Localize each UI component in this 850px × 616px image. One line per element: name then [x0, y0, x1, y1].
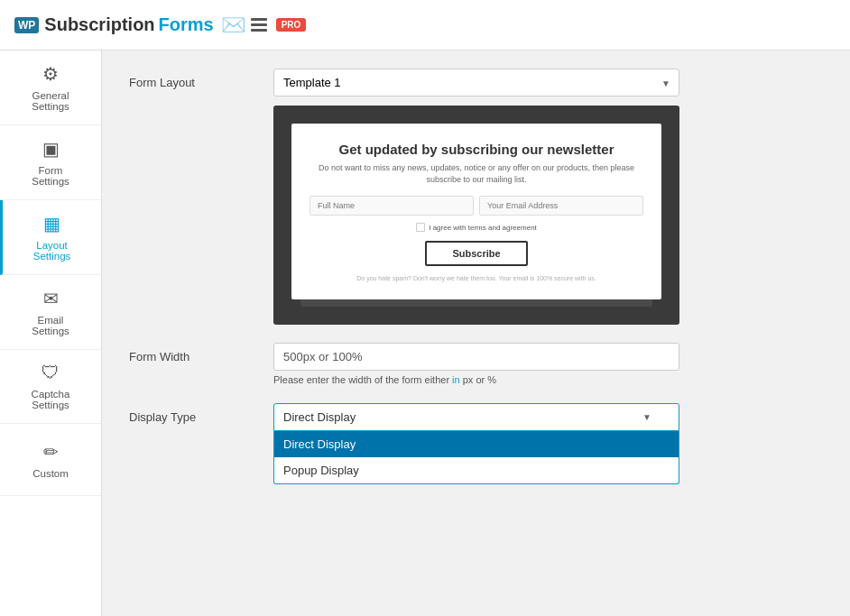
display-type-dropdown-menu: Direct Display Popup Display: [273, 431, 679, 484]
form-layout-row: Form Layout Template 1 Template 2 Templa…: [129, 69, 823, 325]
custom-icon: ✏: [43, 441, 59, 463]
form-icon: ▣: [42, 138, 60, 160]
header: WP Subscription Forms ✉️ PRO: [0, 0, 850, 51]
preview-checkbox-label: I agree with terms and agreement: [429, 224, 537, 232]
sidebar-item-layout-settings-label: LayoutSettings: [33, 240, 71, 262]
sidebar-item-form-settings-label: FormSettings: [32, 165, 69, 187]
preview-fields: [310, 196, 643, 216]
display-type-option-direct[interactable]: Direct Display: [274, 431, 679, 457]
display-type-row: Display Type Direct Display ▼ Direct Dis…: [129, 403, 823, 431]
preview-name-field: [310, 196, 474, 216]
sidebar-item-email-settings[interactable]: ✉ EmailSettings: [0, 275, 101, 350]
preview-inner: Get updated by subscribing our newslette…: [291, 124, 661, 299]
chevron-down-icon: ▼: [642, 412, 651, 422]
form-layout-control: Template 1 Template 2 Template 3 Get upd…: [273, 69, 823, 325]
form-width-row: Form Width Please enter the width of the…: [129, 343, 823, 385]
form-width-label: Form Width: [129, 343, 273, 363]
sidebar-item-email-settings-label: EmailSettings: [32, 315, 69, 336]
sidebar-item-form-settings[interactable]: ▣ FormSettings: [0, 125, 101, 200]
captcha-icon: 🛡: [42, 363, 60, 383]
sidebar: ⚙ GeneralSettings ▣ FormSettings ▦ Layou…: [0, 51, 102, 616]
form-width-help-in: in: [452, 374, 460, 385]
display-type-dropdown-container: Direct Display ▼ Direct Display Popup Di…: [273, 403, 679, 431]
logo-lines-icon: [251, 18, 267, 32]
display-type-control: Direct Display ▼ Direct Display Popup Di…: [273, 403, 823, 431]
form-width-input[interactable]: [273, 343, 679, 371]
preview-checkbox-row: I agree with terms and agreement: [310, 223, 643, 232]
preview-container: Get updated by subscribing our newslette…: [273, 106, 823, 325]
page-wrapper: ⚙ GeneralSettings ▣ FormSettings ▦ Layou…: [0, 51, 850, 616]
display-type-option-popup[interactable]: Popup Display: [274, 457, 679, 483]
sidebar-item-general-settings[interactable]: ⚙ GeneralSettings: [0, 51, 101, 125]
form-layout-label: Form Layout: [129, 69, 273, 89]
sidebar-item-captcha-settings-label: CaptchaSettings: [32, 389, 70, 410]
preview-subscribe-button: Subscribe: [425, 241, 527, 266]
sidebar-item-captcha-settings[interactable]: 🛡 CaptchaSettings: [0, 350, 101, 424]
preview-footer: Do you hate spam? Don't worry we hate th…: [310, 275, 643, 281]
main-content: Form Layout Template 1 Template 2 Templa…: [102, 51, 850, 616]
form-layout-select-wrapper: Template 1 Template 2 Template 3: [273, 69, 679, 97]
logo: WP Subscription Forms ✉️ PRO: [14, 14, 306, 37]
preview-checkbox: [416, 223, 425, 232]
layout-icon: ▦: [43, 213, 60, 234]
display-type-selected-value: Direct Display: [283, 410, 356, 424]
email-logo-icon: ✉️: [221, 14, 245, 37]
display-type-label: Display Type: [129, 403, 273, 424]
display-type-dropdown-selected[interactable]: Direct Display ▼: [273, 403, 679, 431]
preview-subtitle: Do not want to miss any news, updates, n…: [310, 162, 643, 185]
preview-email-field: [479, 196, 643, 216]
preview-shadow: [300, 299, 652, 307]
preview-title: Get updated by subscribing our newslette…: [310, 142, 643, 157]
pro-badge: PRO: [276, 18, 307, 32]
preview-box: Get updated by subscribing our newslette…: [273, 106, 679, 325]
logo-forms: Forms: [159, 14, 214, 35]
sidebar-item-layout-settings[interactable]: ▦ LayoutSettings: [0, 200, 101, 275]
sidebar-item-custom-label: Custom: [32, 468, 69, 479]
form-layout-select[interactable]: Template 1 Template 2 Template 3: [273, 69, 679, 97]
form-width-control: Please enter the width of the form eithe…: [273, 343, 823, 385]
form-width-help: Please enter the width of the form eithe…: [273, 374, 823, 385]
sidebar-item-custom[interactable]: ✏ Custom: [0, 424, 101, 496]
sidebar-item-general-settings-label: GeneralSettings: [32, 90, 69, 112]
logo-wp-badge: WP: [14, 17, 39, 33]
email-icon: ✉: [43, 288, 59, 309]
logo-subscription: Subscription: [44, 14, 154, 35]
gear-icon: ⚙: [42, 63, 59, 85]
